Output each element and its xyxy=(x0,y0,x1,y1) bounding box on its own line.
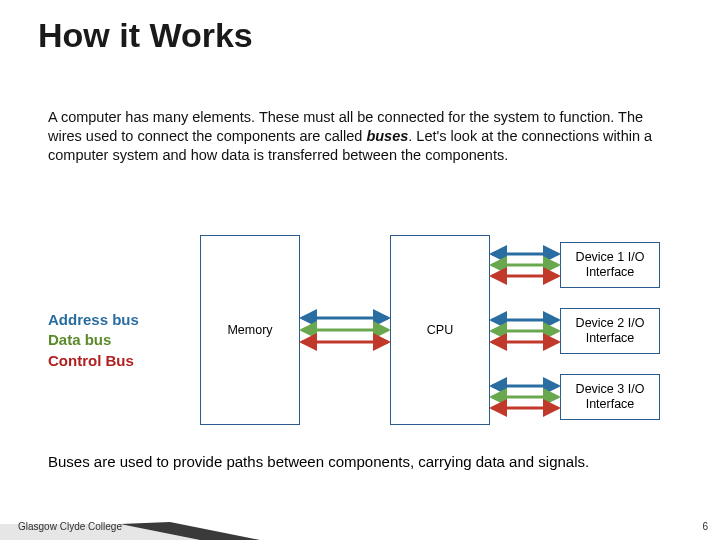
slide-title: How it Works xyxy=(38,16,253,55)
buses-keyword: buses xyxy=(366,128,408,144)
intro-paragraph: A computer has many elements. These must… xyxy=(48,108,668,165)
bus-connectors xyxy=(0,220,720,440)
bus-diagram: Address bus Data bus Control Bus Memory … xyxy=(0,220,720,440)
page-number: 6 xyxy=(702,521,708,532)
outro-paragraph: Buses are used to provide paths between … xyxy=(48,452,668,472)
footer-text: Glasgow Clyde College xyxy=(18,521,122,532)
